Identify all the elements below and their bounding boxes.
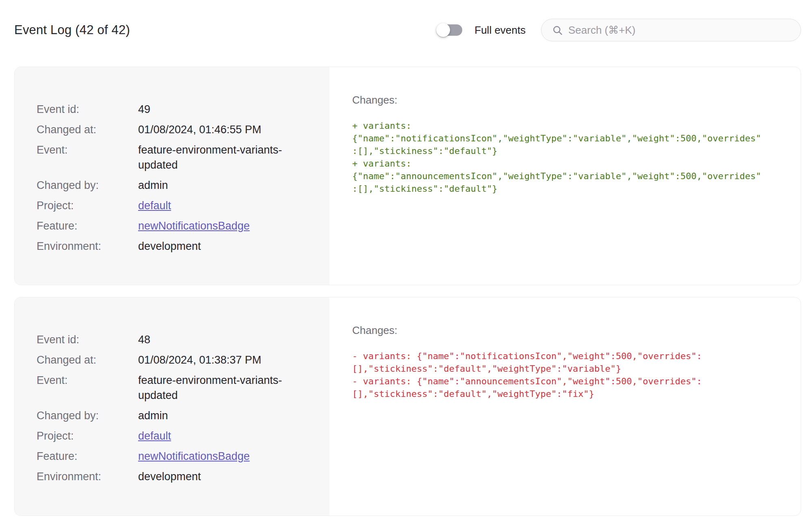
feature-link[interactable]: newNotificationsBadge	[138, 219, 250, 234]
page-title: Event Log (42 of 42)	[14, 23, 130, 37]
meta-row-changed-at: Changed at: 01/08/2024, 01:38:37 PM	[37, 353, 313, 368]
changes-heading: Changes:	[352, 94, 788, 106]
meta-row-event: Event: feature-environment-variants-upda…	[37, 143, 313, 173]
meta-label: Environment:	[37, 469, 138, 484]
search-input[interactable]	[541, 19, 801, 41]
full-events-toggle-label: Full events	[474, 24, 526, 37]
event-log-page: Event Log (42 of 42) Full events Event i…	[0, 0, 812, 516]
event-diff-removed: - variants: {"name":"notificationsIcon",…	[352, 350, 788, 400]
event-diff-added: + variants: {"name":"notificationsIcon",…	[352, 119, 788, 195]
meta-row-changed-by: Changed by: admin	[37, 178, 313, 193]
search-icon	[552, 25, 563, 36]
project-link[interactable]: default	[138, 429, 171, 444]
meta-row-changed-by: Changed by: admin	[37, 408, 313, 423]
feature-link[interactable]: newNotificationsBadge	[138, 449, 250, 464]
event-card-48: Event id: 48 Changed at: 01/08/2024, 01:…	[14, 297, 801, 516]
meta-label: Environment:	[37, 239, 138, 254]
meta-label: Event id:	[37, 102, 138, 117]
meta-row-project: Project: default	[37, 198, 313, 213]
meta-label: Changed at:	[37, 122, 138, 137]
meta-row-environment: Environment: development	[37, 469, 313, 484]
meta-value: development	[138, 239, 201, 254]
meta-label: Feature:	[37, 219, 138, 234]
meta-value: development	[138, 469, 201, 484]
header-controls: Full events	[438, 19, 801, 41]
meta-row-event: Event: feature-environment-variants-upda…	[37, 373, 313, 403]
meta-label: Event:	[37, 373, 138, 403]
meta-row-project: Project: default	[37, 429, 313, 444]
meta-value: 48	[138, 332, 150, 347]
meta-row-feature: Feature: newNotificationsBadge	[37, 449, 313, 464]
meta-value: admin	[138, 408, 168, 423]
meta-row-event-id: Event id: 48	[37, 332, 313, 347]
meta-label: Changed at:	[37, 353, 138, 368]
meta-value: 01/08/2024, 01:46:55 PM	[138, 122, 261, 137]
meta-label: Changed by:	[37, 178, 138, 193]
meta-label: Event id:	[37, 332, 138, 347]
meta-row-event-id: Event id: 49	[37, 102, 313, 117]
event-meta-panel: Event id: 48 Changed at: 01/08/2024, 01:…	[15, 297, 329, 516]
full-events-toggle[interactable]	[438, 24, 462, 36]
meta-label: Changed by:	[37, 408, 138, 423]
event-card-49: Event id: 49 Changed at: 01/08/2024, 01:…	[14, 67, 801, 285]
meta-label: Project:	[37, 198, 138, 213]
event-meta-panel: Event id: 49 Changed at: 01/08/2024, 01:…	[15, 67, 329, 285]
meta-value: feature-environment-variants-updated	[138, 143, 313, 173]
changes-heading: Changes:	[352, 324, 788, 337]
meta-row-feature: Feature: newNotificationsBadge	[37, 219, 313, 234]
event-changes-panel: Changes: + variants: {"name":"notificati…	[329, 67, 801, 285]
meta-value: 49	[138, 102, 150, 117]
project-link[interactable]: default	[138, 198, 171, 213]
meta-row-changed-at: Changed at: 01/08/2024, 01:46:55 PM	[37, 122, 313, 137]
meta-label: Feature:	[37, 449, 138, 464]
page-header: Event Log (42 of 42) Full events	[14, 19, 801, 41]
meta-row-environment: Environment: development	[37, 239, 313, 254]
meta-value: 01/08/2024, 01:38:37 PM	[138, 353, 261, 368]
meta-value: feature-environment-variants-updated	[138, 373, 313, 403]
meta-label: Project:	[37, 429, 138, 444]
meta-label: Event:	[37, 143, 138, 173]
meta-value: admin	[138, 178, 168, 193]
event-changes-panel: Changes: - variants: {"name":"notificati…	[329, 297, 801, 516]
search-box	[541, 19, 801, 41]
